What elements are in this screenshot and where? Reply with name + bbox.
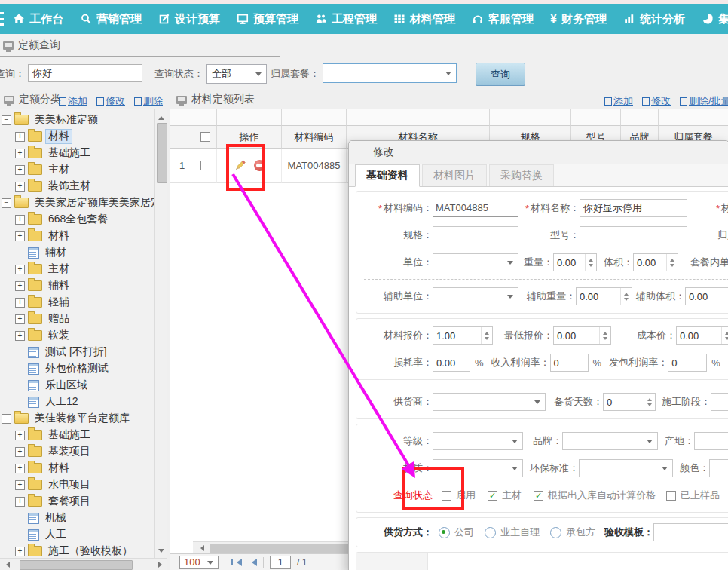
- expand-icon[interactable]: [15, 281, 25, 291]
- query-input[interactable]: [28, 64, 142, 82]
- expand-icon[interactable]: [15, 231, 25, 241]
- tree-item[interactable]: 套餐项目: [0, 493, 154, 510]
- min-price-input[interactable]: 0.00: [553, 326, 611, 345]
- main-material-checkbox[interactable]: [488, 491, 497, 501]
- tree-item[interactable]: 赠品: [0, 311, 154, 327]
- nav-statistics[interactable]: 统计分析: [615, 4, 693, 34]
- expand-icon[interactable]: [15, 132, 25, 142]
- contract-rate-input[interactable]: 0: [668, 354, 707, 372]
- material-name-input[interactable]: 你好显示停用: [580, 199, 687, 217]
- income-rate-input[interactable]: 0: [550, 354, 589, 372]
- query-status-select[interactable]: 全部: [206, 64, 267, 84]
- expand-icon[interactable]: [15, 265, 25, 274]
- tab-quota-query[interactable]: 定额查询: [3, 38, 60, 52]
- page-size-select[interactable]: 100: [179, 556, 219, 569]
- acceptance-template-input[interactable]: [653, 523, 728, 541]
- scrollbar-thumb[interactable]: [20, 560, 133, 570]
- expand-icon[interactable]: [15, 298, 25, 308]
- tree-item[interactable]: 施工（验收模板）: [0, 543, 154, 559]
- aux-weight-input[interactable]: 0.00: [576, 287, 632, 305]
- nav-group-stats[interactable]: 集团统计: [693, 4, 728, 34]
- tree-item[interactable]: 美美标准定额: [0, 112, 154, 128]
- stock-days-input[interactable]: 0: [603, 393, 656, 411]
- tree-item[interactable]: 人工: [0, 526, 154, 543]
- scroll-left-icon[interactable]: [3, 562, 10, 568]
- weight-input[interactable]: 0.00: [553, 253, 597, 271]
- color-input[interactable]: [709, 459, 728, 477]
- tab-basic-info[interactable]: 基础资料: [355, 164, 420, 187]
- select-all-checkbox[interactable]: [200, 132, 210, 142]
- expand-icon[interactable]: [15, 149, 25, 158]
- first-page-button[interactable]: [231, 559, 242, 566]
- supplier-select[interactable]: [433, 393, 546, 411]
- tree-item[interactable]: 美美家居定额库美美家居定额库: [0, 195, 154, 211]
- tree-item[interactable]: 机械: [0, 510, 154, 526]
- origin-input[interactable]: [694, 432, 728, 450]
- expand-icon[interactable]: [15, 215, 25, 225]
- expand-icon[interactable]: [15, 431, 25, 440]
- expand-icon[interactable]: [15, 331, 25, 341]
- tree-vscrollbar[interactable]: [154, 109, 167, 558]
- aux-volume-input[interactable]: 0.00: [685, 287, 728, 305]
- tree-item[interactable]: 软装: [0, 327, 154, 344]
- model-input[interactable]: [580, 226, 687, 244]
- tree-item[interactable]: 基装项目: [0, 443, 154, 460]
- auto-price-checkbox[interactable]: [534, 491, 543, 501]
- nav-marketing[interactable]: 营销管理: [72, 4, 150, 34]
- nav-finance[interactable]: ¥ 财务管理: [542, 4, 615, 34]
- loss-rate-input[interactable]: 0.00: [433, 354, 470, 372]
- expand-icon[interactable]: [15, 497, 25, 507]
- scroll-down-icon[interactable]: [158, 549, 164, 556]
- list-edit-link[interactable]: 修改: [642, 94, 671, 108]
- tree-item[interactable]: 美佳装修平台定额库: [0, 410, 154, 427]
- tree-item[interactable]: 轻辅: [0, 294, 154, 311]
- nav-materials[interactable]: 材料管理: [385, 4, 463, 34]
- nav-workbench[interactable]: 工作台: [5, 4, 72, 34]
- page-number-input[interactable]: 1: [270, 556, 291, 569]
- expand-icon[interactable]: [15, 480, 25, 490]
- aux-unit-select[interactable]: [433, 287, 518, 305]
- brand-select[interactable]: [562, 432, 658, 450]
- nav-engineering[interactable]: 工程管理: [307, 4, 385, 34]
- tree-item[interactable]: 测试 [不打折]: [0, 344, 154, 360]
- price-input[interactable]: 1.00: [433, 326, 493, 345]
- cost-price-input[interactable]: 0.00: [676, 326, 728, 345]
- nav-design-budget[interactable]: 设计预算: [150, 4, 228, 34]
- expand-icon[interactable]: [15, 447, 25, 457]
- tree-item[interactable]: 材料: [0, 460, 154, 477]
- expand-icon[interactable]: [15, 314, 25, 324]
- env-standard-select[interactable]: [579, 459, 673, 477]
- tree-item[interactable]: 材料: [0, 228, 154, 244]
- supply-owner-radio[interactable]: [485, 527, 496, 538]
- material-select[interactable]: [433, 459, 523, 477]
- tree-item[interactable]: 辅料: [0, 277, 154, 294]
- tab-purchase-replace[interactable]: 采购替换: [489, 164, 554, 186]
- tree-item[interactable]: 主材: [0, 161, 154, 178]
- scroll-left-icon[interactable]: [197, 545, 204, 551]
- expand-icon[interactable]: [15, 464, 25, 473]
- tree-edit-link[interactable]: 修改: [96, 94, 125, 108]
- expand-icon[interactable]: [15, 547, 25, 556]
- nav-budget[interactable]: 预算管理: [228, 4, 307, 34]
- tree-item[interactable]: 668全包套餐: [0, 211, 154, 228]
- tree-item[interactable]: 基础施工: [0, 145, 154, 161]
- edit-pencil-icon[interactable]: [234, 159, 246, 172]
- tree-item[interactable]: 基础施工: [0, 427, 154, 443]
- list-add-link[interactable]: 添加: [604, 94, 633, 108]
- unit-select[interactable]: [433, 253, 518, 271]
- tree-item[interactable]: 主材: [0, 261, 154, 277]
- disable-icon[interactable]: [254, 160, 265, 171]
- prev-page-button[interactable]: [248, 559, 257, 566]
- expand-icon[interactable]: [15, 165, 25, 175]
- collapse-icon[interactable]: [2, 198, 11, 208]
- enable-checkbox[interactable]: [442, 491, 451, 501]
- search-button[interactable]: 查询: [476, 63, 525, 86]
- supply-contractor-radio[interactable]: [550, 527, 561, 538]
- tree-item[interactable]: 水电项目: [0, 477, 154, 493]
- grade-select[interactable]: [433, 432, 523, 450]
- row-checkbox[interactable]: [200, 161, 210, 170]
- package-select[interactable]: [323, 63, 457, 83]
- tree-item[interactable]: 辅材: [0, 244, 154, 261]
- spec-input[interactable]: [433, 226, 518, 244]
- collapse-icon[interactable]: [2, 115, 11, 125]
